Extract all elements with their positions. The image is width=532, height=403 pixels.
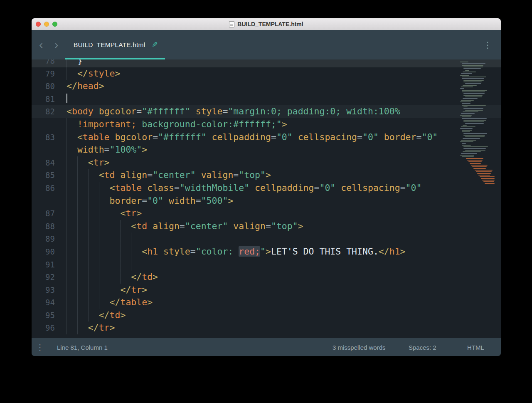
code-line[interactable]: 86<table class="widthMobile" cellpadding…: [32, 182, 501, 195]
code-line[interactable]: 79</style>: [32, 67, 501, 80]
code-line[interactable]: border="0" width="500">: [32, 195, 501, 208]
minimap-line: [461, 140, 476, 141]
code-text: border="0" width="500">: [55, 195, 233, 208]
minimap-line: [478, 175, 490, 176]
code-line[interactable]: 85<td align="center" valign="top">: [32, 169, 501, 182]
title-wrap: BUILD_TEMPLATE.html: [229, 21, 303, 27]
line-number: [32, 195, 55, 208]
line-number: 89: [32, 232, 55, 245]
text-cursor: [66, 94, 67, 103]
minimap-line: [462, 143, 466, 144]
misspelled-words-status[interactable]: 3 misspelled words: [332, 344, 386, 351]
indent-guides: [66, 245, 142, 258]
minimap-line: [482, 180, 495, 180]
minimap-line: [465, 136, 485, 137]
minimap-line: [463, 95, 483, 96]
minimize-button[interactable]: [44, 22, 49, 27]
indentation-status[interactable]: Spaces: 2: [409, 344, 436, 351]
indent-guides: [66, 131, 77, 144]
indent-guides: [66, 207, 120, 220]
code-line[interactable]: !important; background-color:#ffffff;">: [32, 118, 501, 131]
overflow-menu-icon[interactable]: ⋮: [483, 30, 492, 59]
minimap-line: [462, 91, 485, 92]
zoom-button[interactable]: [52, 22, 57, 27]
code-line[interactable]: 88<td align="center" valign="top">: [32, 220, 501, 233]
line-number: [32, 143, 55, 156]
minimap-line: [462, 103, 470, 104]
indent-guides: [66, 321, 88, 334]
indent-guides: [66, 143, 77, 156]
code-line[interactable]: 94</table>: [32, 296, 501, 309]
code-text: </td>: [55, 309, 126, 322]
minimap-line: [462, 118, 487, 119]
code-line[interactable]: 78}: [32, 59, 501, 67]
traffic-lights: [36, 18, 57, 30]
minimap-line: [462, 77, 486, 77]
indent-guides: [66, 309, 99, 322]
minimap-line: [462, 63, 485, 64]
close-button[interactable]: [36, 22, 41, 27]
minimap-line: [467, 160, 483, 161]
code-line[interactable]: 90<h1 style="color: red;">LET'S DO THIS …: [32, 245, 501, 258]
code-text: <tr>: [55, 207, 142, 220]
code-line[interactable]: 80</head>: [32, 80, 501, 93]
status-menu-icon[interactable]: ⋮: [36, 343, 44, 351]
code-text: !important; background-color:#ffffff;">: [55, 118, 287, 131]
minimap-line: [461, 73, 472, 74]
line-number: 79: [32, 67, 55, 80]
minimap-line: [473, 168, 486, 169]
code-line[interactable]: 87<tr>: [32, 207, 501, 220]
indent-guides: [66, 118, 77, 131]
language-mode-status[interactable]: HTML: [467, 344, 484, 351]
code-line[interactable]: 89: [32, 232, 501, 245]
tab-build-template[interactable]: BUILD_TEMPLATE.html ✎: [65, 30, 165, 59]
minimap-line: [462, 90, 487, 91]
code-line[interactable]: width="100%">: [32, 143, 501, 156]
minimap-line: [463, 138, 480, 139]
code-line[interactable]: 92</td>: [32, 271, 501, 284]
indent-guides: [66, 59, 77, 67]
line-number: 88: [32, 220, 55, 233]
tab-bar: ‹ › BUILD_TEMPLATE.html ✎ ⋮: [32, 30, 501, 59]
code-line[interactable]: 81: [32, 93, 501, 106]
code-text: <body bgcolor="#ffffff" style="margin:0;…: [55, 105, 400, 118]
code-line[interactable]: 83<table bgcolor="#ffffff" cellpadding="…: [32, 131, 501, 144]
code-text: </table>: [55, 296, 153, 309]
minimap-line: [460, 141, 473, 142]
minimap-line: [463, 151, 481, 152]
minimap-line: [465, 96, 482, 97]
minimap-line: [461, 87, 473, 87]
code-line[interactable]: 82<body bgcolor="#ffffff" style="margin:…: [32, 105, 501, 118]
line-number: 96: [32, 321, 55, 334]
code-text: </tr>: [55, 284, 147, 297]
minimap-line: [477, 173, 491, 174]
edit-pencil-icon: ✎: [152, 40, 158, 49]
line-number: [32, 118, 55, 131]
minimap-line: [468, 161, 482, 162]
indent-guides: [66, 271, 131, 284]
code-line[interactable]: 84<tr>: [32, 156, 501, 169]
forward-icon[interactable]: ›: [54, 30, 58, 59]
minimap-line: [463, 120, 486, 121]
code-line[interactable]: 96</tr>: [32, 321, 501, 334]
minimap[interactable]: [460, 62, 495, 185]
indent-guides: [66, 296, 110, 309]
code-text: [55, 258, 142, 271]
line-number: 90: [32, 245, 55, 258]
minimap-line: [463, 121, 484, 122]
code-line[interactable]: 95</td>: [32, 309, 501, 322]
back-icon[interactable]: ‹: [39, 30, 43, 59]
minimap-line: [463, 72, 476, 72]
line-number: 81: [32, 93, 55, 106]
cursor-position[interactable]: Line 81, Column 1: [57, 344, 108, 351]
app-window: BUILD_TEMPLATE.html ‹ › BUILD_TEMPLATE.h…: [32, 18, 501, 356]
minimap-line: [462, 145, 471, 146]
line-number: 93: [32, 284, 55, 297]
minimap-line: [461, 113, 475, 114]
indent-guides: [66, 156, 88, 169]
code-line[interactable]: 91: [32, 258, 501, 271]
code-line[interactable]: 93</tr>: [32, 284, 501, 297]
code-text: </tr>: [55, 321, 115, 334]
indent-guides: [66, 232, 142, 245]
code-editor[interactable]: 78}79</style>80</head>8182<body bgcolor=…: [32, 59, 501, 338]
